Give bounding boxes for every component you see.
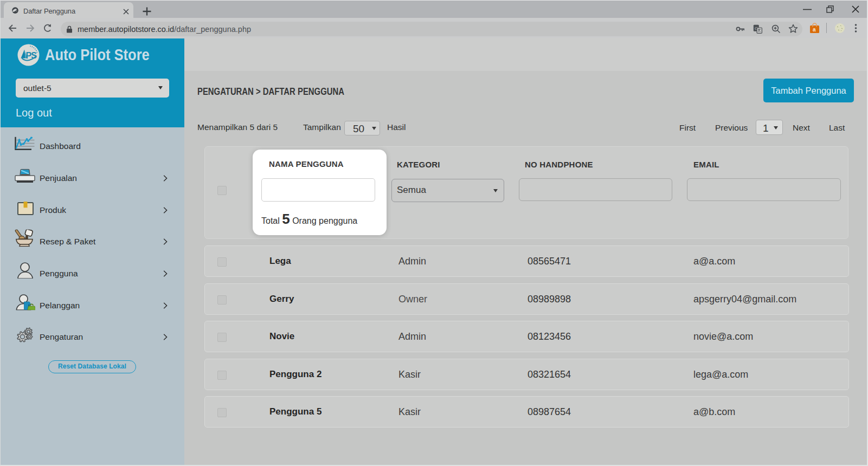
- svg-text:PS: PS: [26, 51, 37, 60]
- svg-text:a: a: [813, 27, 816, 33]
